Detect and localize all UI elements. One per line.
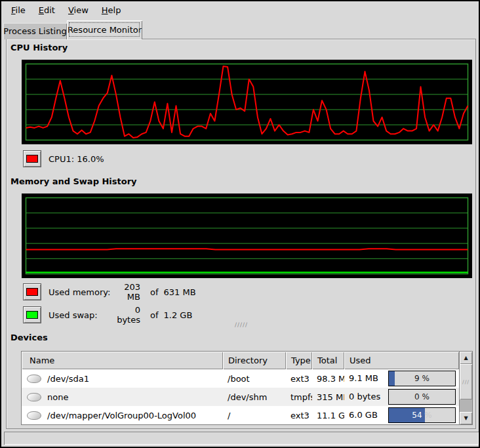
device-directory: /: [223, 411, 286, 420]
cpu1-color-swatch: [26, 155, 38, 163]
device-name: /dev/mapper/VolGroup00-LogVol00: [47, 411, 196, 420]
column-header-directory[interactable]: Directory: [223, 352, 286, 369]
cpu1-color-button[interactable]: [23, 150, 41, 167]
menu-edit[interactable]: Edit: [32, 3, 62, 17]
used-memory-total: 631 MB: [164, 287, 196, 297]
usage-progress-fill: 9 %: [389, 371, 395, 386]
harddisk-icon: [27, 411, 41, 420]
device-row-sda1[interactable]: /dev/sda1 /boot ext3 98.3 MB 9.1 MB 9 % …: [22, 369, 472, 388]
scroll-up-button[interactable]: ▲: [460, 352, 472, 364]
device-type: tmpfs: [286, 392, 312, 402]
device-used: 9.1 MB: [349, 373, 378, 383]
device-type: ext3: [286, 411, 312, 420]
tab-resource-monitor-label: Resource Monitor: [68, 25, 142, 35]
usage-progressbar: 0 % 0 %: [388, 389, 456, 405]
menubar: File Edit View Help: [3, 1, 479, 19]
device-used: 0 bytes: [349, 392, 380, 401]
used-swap-of: of: [150, 310, 159, 320]
usage-progress-fill: 54 %: [389, 408, 425, 422]
used-memory-legend-row: Used memory: 203 MB of 631 MB: [23, 283, 196, 300]
column-header-type[interactable]: Type: [286, 352, 312, 369]
device-name: none: [47, 392, 68, 402]
device-name: /dev/sda1: [47, 374, 89, 384]
cpu1-legend-label: CPU1: 16.0%: [49, 154, 104, 164]
used-swap-value: 0 bytes: [113, 305, 140, 325]
harddisk-icon: [27, 393, 41, 401]
cpu-legend-row: CPU1: 16.0%: [23, 150, 104, 167]
statusbar: [4, 432, 479, 445]
device-row-volgroup[interactable]: /dev/mapper/VolGroup00-LogVol00 / ext3 1…: [22, 406, 472, 424]
devices-title: Devices: [10, 333, 48, 342]
column-header-used[interactable]: Used: [344, 352, 459, 369]
usage-progressbar: 9 % 9 %: [388, 371, 456, 386]
column-header-total[interactable]: Total: [312, 352, 344, 369]
used-memory-of: of: [150, 287, 159, 297]
resource-monitor-page: CPU History CPU1: 16.0% Memory and Swap …: [6, 39, 476, 429]
harddisk-icon: [27, 375, 41, 383]
menu-file[interactable]: File: [5, 3, 32, 17]
device-type: ext3: [286, 374, 312, 384]
used-memory-value: 203 MB: [113, 282, 140, 302]
used-memory-color-swatch: [26, 288, 38, 296]
used-swap-total: 1.2 GB: [164, 310, 193, 320]
used-swap-legend-row: Used swap: 0 bytes of 1.2 GB: [23, 306, 192, 323]
tab-resource-monitor[interactable]: Resource Monitor: [67, 20, 142, 39]
cpu-history-title: CPU History: [10, 43, 68, 52]
used-swap-color-button[interactable]: [23, 306, 41, 323]
pane-resize-grip[interactable]: ∕∕∕∕∕: [228, 321, 254, 329]
device-row-none[interactable]: none /dev/shm tmpfs 315 MB 0 bytes 0 % 0…: [22, 388, 472, 406]
device-total: 98.3 MB: [312, 374, 344, 384]
devices-table-header: Name Directory Type Total Used: [22, 352, 472, 369]
thumb-grip-icon: ∕∕∕: [462, 379, 470, 385]
used-swap-label: Used swap:: [49, 310, 113, 320]
device-directory: /dev/shm: [223, 392, 286, 402]
column-header-name[interactable]: Name: [22, 352, 223, 369]
menu-view[interactable]: View: [62, 3, 95, 17]
arrow-down-icon: ▼: [464, 415, 468, 421]
tab-process-listing-label: Process Listing: [3, 26, 66, 36]
menu-help[interactable]: Help: [95, 3, 128, 17]
usage-progressbar: 54 % 54 %: [388, 407, 456, 423]
device-directory: /boot: [223, 374, 286, 384]
used-swap-color-swatch: [26, 311, 38, 319]
devices-vertical-scrollbar[interactable]: ▲ ∕∕∕ ▼: [459, 352, 472, 424]
scroll-down-button[interactable]: ▼: [460, 412, 472, 424]
arrow-up-icon: ▲: [464, 355, 468, 361]
usage-percent-label: 9 %: [389, 371, 455, 386]
cpu-history-graph: [22, 60, 472, 144]
memory-swap-title: Memory and Swap History: [10, 176, 137, 186]
memory-swap-graph: [22, 193, 472, 278]
tab-process-listing[interactable]: Process Listing: [3, 23, 67, 39]
used-memory-label: Used memory:: [49, 287, 113, 297]
system-monitor-window: File Edit View Help Process Listing Reso…: [0, 0, 480, 448]
device-total: 315 MB: [312, 392, 344, 402]
device-total: 11.1 GB: [312, 411, 344, 420]
usage-percent-label: 0 %: [389, 390, 455, 404]
devices-table: Name Directory Type Total Used /dev/sda1…: [21, 351, 473, 425]
device-used: 6.0 GB: [349, 410, 378, 420]
used-memory-color-button[interactable]: [23, 283, 41, 300]
scrollbar-thumb[interactable]: ∕∕∕: [460, 364, 472, 399]
